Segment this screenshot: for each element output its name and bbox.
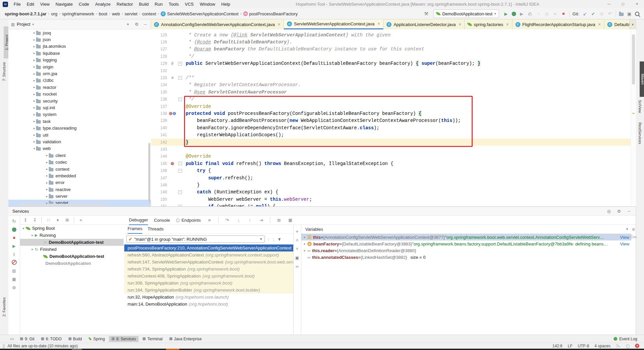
menu-item-window[interactable]: Window	[197, 0, 218, 8]
stack-frame[interactable]: run:308, SpringApplication(org.springfra…	[124, 280, 293, 287]
chevron-right-icon[interactable]: ▸	[304, 249, 307, 252]
expand-all-icon[interactable]: ↥	[23, 218, 28, 222]
stack-frame[interactable]: run:164, SpringApplicationBuilder(org.sp…	[124, 287, 293, 294]
code-line-134[interactable]: 134 * Register ServletContextAwareProces…	[151, 81, 631, 89]
tree-item-validation[interactable]: ▸validation	[8, 138, 151, 145]
chevron-right-icon[interactable]: ▸	[32, 38, 36, 41]
code-line-139[interactable]: 139 beanFactory.addBeanPostProcessor(new…	[151, 117, 631, 124]
lock-icon[interactable]: ▢	[626, 344, 630, 348]
tab-FlightRecorderApplicationStartup.java[interactable]: CFlightRecorderApplicationStartup.java✕	[512, 19, 604, 29]
menu-icon[interactable]: ≡	[207, 218, 212, 223]
stack-frame[interactable]: refresh:560, AbstractApplicationContext(…	[124, 251, 293, 258]
tree-item-error[interactable]: ▸error	[8, 179, 151, 186]
code-line-144[interactable]: 144@Override	[151, 153, 631, 160]
breadcrumb-item[interactable]: servlet	[125, 11, 137, 16]
service-item-DemoBootApplication-test[interactable]: ✳DemoBootApplication-test	[20, 239, 124, 246]
view-link[interactable]: View	[619, 235, 629, 240]
close-icon[interactable]: ✕	[278, 22, 281, 27]
chevron-right-icon[interactable]: ▸	[32, 45, 36, 48]
code-line-150[interactable]: 150 WebServer webServer = this.webServer…	[151, 196, 631, 203]
tab-ApplicationListenerDetector.java[interactable]: CApplicationListenerDetector.java✕	[383, 19, 465, 29]
resume-icon[interactable]: ▶	[11, 244, 17, 248]
fold-marker[interactable]: −	[178, 98, 182, 101]
toolwindow-button----services[interactable]: 8: Services	[109, 336, 139, 342]
fold-marker[interactable]: +	[178, 62, 182, 65]
monitor-icon[interactable]: ▭	[10, 336, 14, 341]
code-line-132[interactable]: 132	[151, 67, 631, 74]
fold-collapse-icon[interactable]: −	[178, 169, 182, 173]
toolwindow-button-build[interactable]: Build	[66, 336, 85, 342]
file-encoding[interactable]: UTF-8	[578, 344, 589, 348]
breadcrumb-item[interactable]: postProcessBeanFactory	[249, 11, 298, 16]
history-icon[interactable]: ◷	[599, 11, 604, 16]
tool-button----favorites[interactable]: 2: Favorites	[2, 294, 6, 320]
notification-badge[interactable]: ?	[635, 344, 639, 348]
run-configuration-select[interactable]: DemoBootApplication-test▾	[433, 9, 499, 18]
menu-item-analyze[interactable]: Analyze	[92, 0, 114, 8]
fold-marker[interactable]: −	[178, 169, 182, 173]
locate-icon[interactable]: ⌖	[125, 22, 131, 27]
chevron-right-icon[interactable]: ▸	[32, 140, 36, 143]
tab-endpoints[interactable]: ⬡Endpoints	[176, 216, 201, 225]
tab-AnnotationConfigServletWebServerApplicationContext.java[interactable]: CAnnotationConfigServletWebServerApplica…	[151, 19, 284, 29]
chevron-right-icon[interactable]: ▸	[45, 154, 49, 157]
tree-item-security[interactable]: ▸security	[8, 98, 151, 104]
menu-item-tools[interactable]: Tools	[166, 0, 182, 8]
tree-item-sql.init[interactable]: ▸sql.init	[8, 104, 151, 111]
service-item-DemoBootApplication-test[interactable]: DemoBootApplication-test	[20, 253, 124, 260]
tree-item-orm.jpa[interactable]: ▸orm.jpa	[8, 70, 151, 77]
tree-item-codec[interactable]: ▸codec	[8, 159, 151, 165]
filter-icon[interactable]: ▼	[277, 237, 282, 242]
chevron-right-icon[interactable]: ▸	[32, 106, 36, 109]
rollback-icon[interactable]: ↶	[607, 11, 613, 16]
stack-frame[interactable]: refresh:734, SpringApplication(org.sprin…	[124, 266, 293, 273]
code-line-140[interactable]: 140 beanFactory.ignoreDependencyInterfac…	[151, 124, 631, 131]
tree-item-logging[interactable]: ▸logging	[8, 57, 151, 63]
run-icon[interactable]: ▶	[503, 11, 509, 16]
chevron-right-icon[interactable]: ▸	[32, 127, 36, 130]
git-branch-icon[interactable]: ⌥	[616, 344, 621, 348]
code-line-149[interactable]: 149− catch (RuntimeException ex) {	[151, 189, 631, 196]
watch-icon[interactable]: ∞	[295, 264, 300, 269]
variable-row[interactable]: ▸this = {AnnotationConfigServletWebServe…	[301, 234, 631, 240]
run-to-cursor-icon[interactable]: ⇥	[259, 218, 264, 223]
layout-icon[interactable]: ▦	[11, 277, 17, 282]
chevron-right-icon[interactable]: ▸	[45, 181, 49, 184]
chevron-right-icon[interactable]: ▸	[45, 188, 49, 191]
close-icon[interactable]: ✕	[598, 22, 601, 27]
tree-item-jooq[interactable]: ▸jooq	[8, 29, 151, 36]
fold-collapse-icon[interactable]: −	[178, 98, 182, 101]
rerun-icon[interactable]: ↻	[11, 218, 17, 224]
tree-item-client[interactable]: ▸client	[8, 152, 151, 159]
chevron-right-icon[interactable]: ▸	[304, 235, 307, 239]
breadcrumb-item[interactable]: web	[112, 11, 120, 16]
step-over-icon[interactable]: ↷	[224, 218, 230, 223]
service-item-DemoBootApplication[interactable]: DemoBootApplication	[20, 260, 124, 267]
coverage-icon[interactable]: ▶	[519, 11, 524, 16]
variable-row[interactable]: ▸∞this.reader = {AnnotatedBeanDefinition…	[301, 247, 631, 254]
chevron-right-icon[interactable]: ▸	[32, 93, 36, 96]
chevron-right-icon[interactable]: ▸	[45, 174, 49, 177]
chevron-right-icon[interactable]: ▸	[32, 113, 36, 116]
tool-button----structure[interactable]: 7: Structure	[2, 58, 6, 85]
chevron-right-icon[interactable]: ▸	[45, 195, 49, 198]
tree-item-system[interactable]: ▸system	[8, 111, 151, 118]
overrides-icon[interactable]: ↑	[171, 162, 174, 165]
tab-ServletWebServerApplicationContext.java[interactable]: CServletWebServerApplicationContext.java…	[284, 19, 383, 29]
code-line-133[interactable]: 133≣−/**	[151, 74, 631, 81]
code-line-127[interactable]: 127 * @param beanFactory the DefaultList…	[151, 46, 631, 53]
tree-item-type.classreading[interactable]: ▸type.classreading	[8, 125, 151, 131]
code-editor[interactable]: 125 * Create a new {@link ServletWebServ…	[151, 29, 631, 206]
group-icon[interactable]: ∷	[46, 218, 51, 222]
code-line-143[interactable]: 143	[151, 146, 631, 153]
toolwindow-button----git[interactable]: 9: Git	[17, 336, 37, 342]
tree-item-reactive[interactable]: ▸reactive	[8, 186, 151, 193]
build-hammer-icon[interactable]: ⚒	[424, 11, 429, 16]
hide-icon[interactable]: ─	[143, 22, 148, 27]
add-icon[interactable]: +	[295, 229, 300, 234]
tree-item-jta.atomikos[interactable]: ▸jta.atomikos	[8, 43, 151, 50]
chevron-right-icon[interactable]: ▸	[32, 65, 36, 68]
menu-item-edit[interactable]: Edit	[24, 0, 37, 8]
chevron-down-icon[interactable]: ▾	[32, 147, 36, 150]
tab-DefaultApplica[interactable]: CDefaultApplica	[604, 19, 630, 29]
